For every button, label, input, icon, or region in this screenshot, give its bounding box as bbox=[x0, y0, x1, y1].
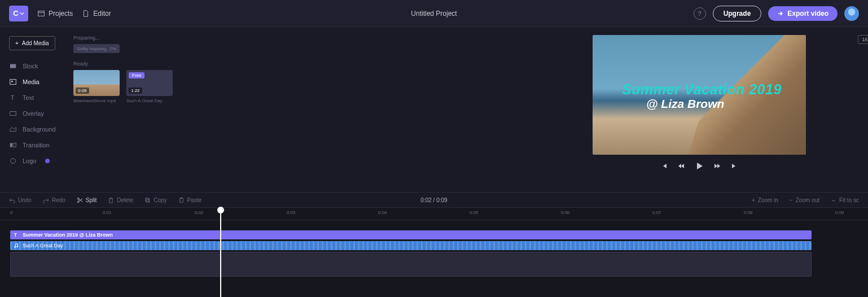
fit-icon: ↔ bbox=[831, 197, 836, 203]
sidebar-item-background[interactable]: Background bbox=[9, 123, 62, 136]
timeline[interactable]: 00:010:020:030:040:050:060:070:080:09 TS… bbox=[0, 208, 868, 297]
logo-letter: C bbox=[13, 9, 18, 18]
play-button[interactable] bbox=[695, 161, 704, 172]
delete-button[interactable]: Delete bbox=[108, 197, 133, 203]
skip-start-button[interactable] bbox=[661, 163, 668, 171]
ruler-tick: 0:02 bbox=[195, 210, 204, 215]
media-icon bbox=[9, 78, 17, 86]
media-thumbnail: 0:09 bbox=[73, 70, 120, 96]
background-icon bbox=[9, 125, 17, 133]
playback-controls bbox=[661, 161, 738, 172]
sidebar-label: Logo bbox=[23, 158, 36, 164]
undo-icon bbox=[9, 197, 15, 203]
preparing-name: Softly Inspiring bbox=[77, 46, 106, 51]
ruler-tick: 0 bbox=[10, 210, 12, 215]
sidebar-item-media[interactable]: Media bbox=[9, 75, 62, 89]
zoom-out-label: Zoom out bbox=[796, 197, 819, 203]
minus-icon: − bbox=[790, 197, 793, 203]
sidebar-item-overlay[interactable]: Overlay bbox=[9, 107, 62, 120]
media-filename: BeachandShore.mp4 bbox=[73, 98, 120, 103]
media-preparing-item[interactable]: Softly Inspiring2% bbox=[73, 44, 120, 53]
rewind-button[interactable] bbox=[678, 163, 685, 171]
undo-button[interactable]: Undo bbox=[9, 197, 32, 203]
svg-point-4 bbox=[11, 81, 13, 82]
overlay-icon bbox=[9, 110, 17, 117]
split-label: Split bbox=[86, 197, 97, 203]
preparing-progress: 2% bbox=[109, 46, 116, 51]
zoom-in-label: Zoom in bbox=[758, 197, 778, 203]
svg-point-9 bbox=[11, 159, 16, 164]
split-button[interactable]: Split bbox=[77, 197, 97, 203]
export-arrow-icon bbox=[777, 10, 784, 17]
video-preview[interactable]: Summer Vacation 2019 @ Liza Brown bbox=[593, 35, 806, 155]
preview-title-line2: @ Liza Brown bbox=[646, 97, 724, 111]
paste-button[interactable]: Paste bbox=[178, 197, 202, 203]
projects-link[interactable]: Projects bbox=[37, 10, 73, 18]
add-media-button[interactable]: +Add Media bbox=[9, 36, 55, 50]
sidebar-item-text[interactable]: TText bbox=[9, 91, 62, 104]
paste-label: Paste bbox=[187, 197, 202, 203]
sidebar-label: Transition bbox=[23, 142, 50, 148]
ruler-tick: 0:06 bbox=[561, 210, 570, 215]
sidebar-item-transition[interactable]: Transition bbox=[9, 138, 62, 152]
zoom-in-button[interactable]: +Zoom in bbox=[752, 197, 778, 203]
fit-button[interactable]: ↔Fit to sc bbox=[831, 197, 859, 203]
skip-end-button[interactable] bbox=[731, 163, 738, 171]
forward-button[interactable] bbox=[714, 163, 721, 171]
video-track-clip[interactable] bbox=[10, 252, 812, 277]
redo-icon bbox=[43, 197, 49, 203]
export-label: Export video bbox=[787, 10, 828, 18]
chevron-down-icon bbox=[20, 11, 24, 16]
timeline-ruler[interactable]: 00:010:020:030:040:050:060:070:080:09 bbox=[0, 208, 868, 220]
help-button[interactable]: ? bbox=[694, 7, 706, 20]
ruler-tick: 0:07 bbox=[652, 210, 661, 215]
svg-text:T: T bbox=[14, 232, 17, 238]
tracks-container: TSummer Vacation 2019 @ Liza Brown Such … bbox=[0, 220, 868, 277]
upgrade-button[interactable]: Upgrade bbox=[713, 6, 762, 21]
app-logo-button[interactable]: C bbox=[9, 6, 28, 21]
audio-track-clip[interactable]: Such A Great Day bbox=[10, 241, 812, 250]
media-item-video[interactable]: 0:09 BeachandShore.mp4 bbox=[73, 70, 120, 103]
svg-rect-12 bbox=[146, 198, 149, 201]
svg-rect-15 bbox=[180, 197, 182, 198]
sidebar: +Add Media Stock Media TText Overlay Bac… bbox=[0, 27, 68, 192]
fit-label: Fit to sc bbox=[839, 197, 859, 203]
svg-rect-3 bbox=[10, 80, 16, 85]
add-media-label: Add Media bbox=[22, 40, 49, 46]
sidebar-label: Background bbox=[23, 126, 56, 133]
media-item-audio[interactable]: Free1:22 Such A Great Day bbox=[126, 70, 173, 103]
document-icon bbox=[82, 10, 90, 18]
ruler-tick: 0:05 bbox=[470, 210, 479, 215]
redo-label: Redo bbox=[52, 197, 65, 203]
topbar-left: C Projects Editor bbox=[9, 6, 111, 21]
zoom-out-button[interactable]: −Zoom out bbox=[790, 197, 819, 203]
delete-label: Delete bbox=[117, 197, 133, 203]
editor-link[interactable]: Editor bbox=[82, 10, 111, 18]
preview-panel: Summer Vacation 2019 @ Liza Brown 16:9 bbox=[531, 27, 868, 192]
plus-icon: + bbox=[752, 197, 755, 203]
svg-point-17 bbox=[14, 246, 16, 248]
new-badge bbox=[45, 159, 50, 163]
user-avatar[interactable] bbox=[844, 6, 859, 21]
timeline-toolbar: Undo Redo Split Delete Copy Paste 0:02 /… bbox=[0, 192, 868, 208]
preview-title-line1: Summer Vacation 2019 bbox=[622, 81, 782, 98]
media-filename: Such A Great Day bbox=[126, 98, 173, 103]
sidebar-item-stock[interactable]: Stock bbox=[9, 59, 62, 73]
export-button[interactable]: Export video bbox=[768, 6, 838, 21]
aspect-ratio-button[interactable]: 16:9 bbox=[858, 35, 868, 44]
text-track-clip[interactable]: TSummer Vacation 2019 @ Liza Brown bbox=[10, 230, 812, 239]
sidebar-item-logo[interactable]: Logo bbox=[9, 154, 62, 168]
svg-rect-14 bbox=[179, 198, 183, 202]
ruler-tick: 0:03 bbox=[287, 210, 296, 215]
transition-icon bbox=[9, 141, 17, 149]
main-area: +Add Media Stock Media TText Overlay Bac… bbox=[0, 27, 868, 192]
project-title[interactable]: Untitled Project bbox=[411, 10, 457, 18]
undo-label: Undo bbox=[18, 197, 32, 203]
media-panel: Preparing... Softly Inspiring2% Ready 0:… bbox=[68, 27, 531, 192]
duration-badge: 1:22 bbox=[129, 88, 142, 94]
redo-button[interactable]: Redo bbox=[43, 197, 65, 203]
svg-rect-13 bbox=[147, 199, 150, 202]
playhead[interactable] bbox=[220, 208, 221, 297]
ruler-tick: 0:09 bbox=[835, 210, 844, 215]
copy-button[interactable]: Copy bbox=[144, 197, 166, 203]
